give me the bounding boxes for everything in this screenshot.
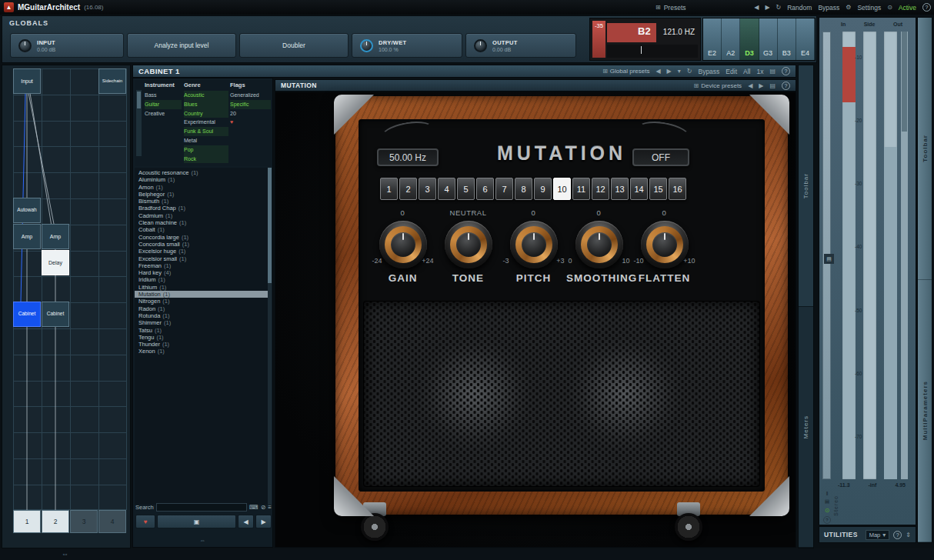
tab-toolbar-outer[interactable]: Toolbar [918, 18, 932, 280]
knob[interactable] [510, 221, 558, 268]
preset-row[interactable]: Thunder(1) [135, 341, 269, 348]
node-cabinet[interactable]: Cabinet [42, 302, 69, 327]
band-number-button[interactable]: 6 [476, 178, 494, 200]
preset-row[interactable]: Belphegor(1) [135, 191, 269, 198]
band-number-button[interactable]: 1 [380, 178, 398, 200]
input-knob[interactable] [18, 39, 32, 52]
preset-row[interactable]: Clean machine(1) [135, 219, 269, 226]
utilities-help-icon[interactable]: ? [893, 531, 902, 539]
preset-row[interactable]: Rotunda(1) [135, 312, 269, 319]
next-arrow-icon[interactable]: ▶ [765, 4, 769, 11]
prev-preset-button[interactable]: ◀ [238, 515, 254, 528]
preset-row[interactable]: Xenon(1) [135, 348, 269, 355]
knob[interactable] [445, 221, 492, 268]
meter-zoom-slider[interactable]: ▤ [822, 32, 831, 479]
preset-row[interactable]: Tengu(1) [135, 334, 269, 341]
band-number-button[interactable]: 9 [534, 178, 552, 200]
updown-icon[interactable]: ⇕ [906, 532, 911, 538]
list-menu-icon[interactable]: ≡ [268, 504, 272, 511]
help-icon[interactable]: ? [922, 3, 931, 12]
pause-icon[interactable]: ‖ [826, 491, 829, 496]
panel-resize-handle[interactable]: ⇔ [62, 550, 68, 558]
band-number-button[interactable]: 15 [649, 178, 667, 200]
preset-row[interactable]: Tatsu(1) [135, 327, 269, 334]
filter-genre-item[interactable]: Acoustic [184, 91, 228, 100]
preset-row[interactable]: Freeman(1) [135, 262, 269, 269]
search-input[interactable] [156, 503, 247, 512]
panel-icon[interactable]: ▤ [825, 498, 829, 505]
filter-flag-item[interactable]: Generalized [230, 91, 271, 100]
band-number-button[interactable]: 4 [438, 178, 455, 200]
preset-row[interactable]: Mutation(1) [135, 291, 269, 298]
frequency-display[interactable]: 50.00 Hz [377, 148, 439, 166]
input-gain-control[interactable]: INPUT 0.00 dB [10, 33, 124, 58]
filter-genre-item[interactable]: Country [184, 109, 228, 118]
preset-row[interactable]: Bradford Chap(1) [135, 205, 269, 212]
meter-scrollbar[interactable] [901, 32, 908, 479]
preset-row[interactable]: Cadmium(1) [135, 212, 269, 219]
knob[interactable] [379, 221, 427, 268]
filter-flag-item[interactable]: ♥ [230, 118, 271, 127]
loop-icon[interactable]: ↻ [776, 4, 782, 11]
preset-row[interactable]: Excelsior huge(1) [135, 248, 269, 255]
knob[interactable] [575, 221, 623, 268]
node-input[interactable]: Input [13, 68, 41, 94]
tuner-string[interactable]: E2 [703, 18, 722, 60]
prev-preset-icon[interactable]: ◀ [655, 68, 660, 75]
random-button[interactable]: Random [787, 4, 812, 12]
doubler-button[interactable]: Doubler [239, 33, 349, 58]
randomize-icon[interactable]: ↻ [687, 68, 692, 75]
preset-row[interactable]: Bismuth(1) [135, 198, 269, 205]
tuner-string[interactable]: D3 [740, 18, 759, 60]
bypass-button[interactable]: Bypass [818, 4, 839, 12]
gear-icon[interactable]: ⚙ [846, 4, 851, 11]
meter-zoom-handle[interactable]: ▤ [824, 254, 834, 264]
preset-row[interactable]: Excelsior small(1) [135, 255, 269, 262]
mutation-help-icon[interactable]: ? [782, 82, 790, 90]
filter-genre-item[interactable]: Experimental [184, 118, 228, 127]
band-number-button[interactable]: 14 [630, 178, 648, 200]
preset-row[interactable]: Shimmer(1) [135, 319, 269, 326]
node-autowah[interactable]: Autowah [13, 198, 41, 223]
filter-genre-item[interactable]: Funk & Soul [184, 127, 228, 136]
node-amp[interactable]: Amp [13, 224, 41, 249]
tuner-string[interactable]: G3 [759, 18, 778, 60]
filter-genre-item[interactable]: Pop [184, 145, 228, 155]
cabinet-bypass-button[interactable]: Bypass [698, 68, 719, 75]
output-knob[interactable] [474, 39, 487, 52]
browser-resize-handle[interactable]: ⇔ [199, 537, 205, 544]
global-presets-menu[interactable]: ⊞ Global presets [602, 68, 649, 75]
filter-genre-item[interactable]: Rock [184, 155, 228, 164]
chain-slot-button[interactable]: 1 [13, 510, 41, 533]
preset-row[interactable]: Radon(1) [135, 305, 269, 312]
filter-scrollbar[interactable] [136, 90, 142, 156]
chain-slot-button[interactable]: 3 [70, 510, 98, 533]
tab-multiparameters[interactable]: MultiParameters [918, 280, 932, 542]
band-number-button[interactable]: 2 [399, 178, 417, 200]
preset-row[interactable]: Aluminium(1) [135, 176, 269, 183]
preset-row[interactable]: Concordia small(1) [135, 241, 269, 248]
favorites-button[interactable]: ♥ [135, 515, 155, 528]
knob[interactable] [641, 221, 689, 268]
power-icon[interactable]: ⊙ [825, 507, 830, 514]
filter-genre-item[interactable]: Blues [184, 100, 228, 109]
preset-row[interactable]: Nitrogen(1) [135, 298, 269, 305]
node-amp[interactable]: Amp [42, 224, 69, 249]
band-number-button[interactable]: 16 [669, 178, 686, 200]
analyze-input-button[interactable]: Analyze input level [127, 33, 236, 58]
tuner-string[interactable]: A2 [722, 18, 740, 60]
mode-display[interactable]: OFF [632, 148, 689, 166]
node-grid[interactable] [13, 68, 127, 510]
preset-bank-button[interactable]: ▣ [157, 515, 236, 528]
tab-toolbar[interactable]: Toolbar [799, 65, 813, 307]
keyboard-icon[interactable]: ⌨ [249, 504, 259, 511]
preset-row[interactable]: Amon(1) [135, 184, 269, 191]
output-level-meter[interactable] [884, 32, 897, 479]
band-number-button[interactable]: 5 [457, 178, 475, 200]
band-number-button[interactable]: 8 [515, 178, 532, 200]
filter-flag-item[interactable]: Specific [230, 100, 271, 109]
preset-row[interactable]: Iridium(1) [135, 276, 269, 283]
band-number-button[interactable]: 13 [611, 178, 629, 200]
filter-flag-item[interactable]: 20 [230, 109, 271, 118]
panel-icon[interactable]: ▤ [769, 82, 776, 89]
